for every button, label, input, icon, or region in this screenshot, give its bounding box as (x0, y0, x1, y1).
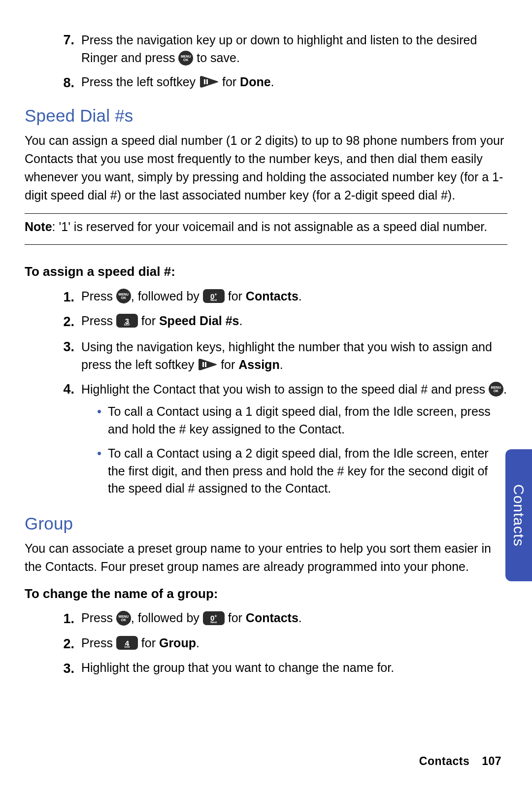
text: for (228, 611, 246, 625)
bold-keyword: Done (240, 75, 271, 89)
side-tab-contacts: Contacts (505, 449, 532, 581)
step-number: 1. (25, 610, 81, 628)
side-tab-label: Contacts (508, 484, 530, 546)
text: for (221, 358, 238, 371)
left-softkey-icon (199, 75, 219, 88)
step-text: Press the left softkey for Done. (81, 74, 507, 92)
sd-step-3: 3. Using the navigation keys, highlight … (25, 338, 507, 374)
text: Press the left softkey (81, 75, 199, 89)
text: Highlight the group that you want to cha… (81, 661, 394, 674)
sub-bullets: • To call a Contact using a 1 digit spee… (81, 403, 507, 498)
text: for (228, 289, 246, 303)
text: , followed by (131, 289, 203, 303)
text: . (280, 358, 283, 371)
key-0-icon: 0+Next (203, 289, 225, 303)
text: Using the navigation keys, highlight the… (81, 340, 492, 371)
text: Press the navigation key up or down to h… (81, 33, 477, 65)
text: , followed by (131, 611, 203, 625)
sd-step-4: 4. Highlight the Contact that you wish t… (25, 380, 507, 504)
key-sub: DEF (124, 323, 130, 326)
subheading-change-group: To change the name of a group: (25, 585, 507, 603)
group-intro: You can associate a preset group name to… (25, 539, 507, 576)
step-text: Highlight the Contact that you wish to a… (81, 380, 507, 504)
svg-rect-2 (202, 362, 204, 367)
bullet-dot-icon: • (97, 403, 108, 438)
text: to save. (197, 51, 240, 65)
sd-step-1: 1. Press , followed by 0+Next for Contac… (25, 288, 507, 306)
bold-keyword: Contacts (246, 289, 299, 303)
key-sub: GHI (125, 645, 130, 648)
text: for (222, 75, 240, 89)
text: . (239, 314, 243, 328)
step-text: Press , followed by 0+Next for Contacts. (81, 288, 507, 306)
step-number: 3. (25, 338, 81, 374)
note-label: Note (25, 220, 52, 233)
grp-step-1: 1. Press , followed by 0+Next for Contac… (25, 610, 507, 628)
key-sub: Next (210, 299, 217, 301)
divider (25, 213, 507, 214)
bold-keyword: Group (159, 636, 196, 650)
step-text: Press 3DEF for Speed Dial #s. (81, 313, 507, 331)
group-steps: 1. Press , followed by 0+Next for Contac… (25, 610, 507, 677)
step-number: 7. (25, 31, 81, 67)
menu-ok-icon (178, 51, 193, 66)
text: Highlight the Contact that you wish to a… (81, 382, 489, 396)
svg-rect-0 (204, 79, 205, 84)
section-heading-group: Group (25, 511, 507, 536)
grp-step-3: 3. Highlight the group that you want to … (25, 660, 507, 677)
text: . (503, 382, 507, 396)
bullet-text: To call a Contact using a 1 digit speed … (108, 403, 507, 438)
text: Press (81, 289, 116, 303)
step-number: 2. (25, 313, 81, 331)
top-ordered-list: 7. Press the navigation key up or down t… (25, 31, 507, 92)
svg-rect-3 (205, 362, 206, 367)
step-7: 7. Press the navigation key up or down t… (25, 31, 507, 67)
step-text: Press the navigation key up or down to h… (81, 31, 507, 67)
bullet-item: • To call a Contact using a 2 digit spee… (97, 445, 507, 498)
menu-ok-icon (116, 611, 131, 626)
key-4-icon: 4GHI (116, 636, 138, 650)
step-number: 8. (25, 74, 81, 92)
sd-step-2: 2. Press 3DEF for Speed Dial #s. (25, 313, 507, 331)
subheading-assign-speed-dial: To assign a speed dial #: (25, 263, 507, 281)
section-heading-speed-dial: Speed Dial #s (25, 103, 507, 129)
bold-keyword: Assign (238, 358, 279, 371)
text: . (299, 611, 302, 625)
step-text: Using the navigation keys, highlight the… (81, 338, 507, 374)
text: Press (81, 636, 116, 650)
text: Press (81, 611, 116, 625)
bullet-item: • To call a Contact using a 1 digit spee… (97, 403, 507, 438)
bold-keyword: Speed Dial #s (159, 314, 239, 328)
footer-section: Contacts (419, 755, 469, 767)
menu-ok-icon (116, 289, 131, 303)
page-content: 7. Press the navigation key up or down t… (0, 0, 532, 678)
step-text: Press 4GHI for Group. (81, 635, 507, 653)
step-number: 4. (25, 380, 81, 504)
grp-step-2: 2. Press 4GHI for Group. (25, 635, 507, 653)
key-3-icon: 3DEF (116, 314, 138, 328)
speed-dial-intro: You can assign a speed dial number (1 or… (25, 132, 507, 204)
text: . (299, 289, 302, 303)
step-number: 1. (25, 288, 81, 306)
step-text: Highlight the group that you want to cha… (81, 660, 507, 677)
speed-dial-steps: 1. Press , followed by 0+Next for Contac… (25, 288, 507, 504)
text: . (271, 75, 274, 89)
bold-keyword: Contacts (246, 611, 299, 625)
step-text: Press , followed by 0+Next for Contacts. (81, 610, 507, 628)
step-number: 2. (25, 635, 81, 653)
key-0-icon: 0+Next (203, 611, 225, 625)
text: Press (81, 314, 116, 328)
text: for (141, 636, 159, 650)
divider (25, 244, 507, 245)
note: Note: '1' is reserved for your voicemail… (25, 218, 507, 235)
step-8: 8. Press the left softkey for Done. (25, 74, 507, 92)
bullet-dot-icon: • (97, 445, 108, 498)
text: . (196, 636, 200, 650)
text: for (141, 314, 159, 328)
bullet-text: To call a Contact using a 2 digit speed … (108, 445, 507, 498)
step-number: 3. (25, 660, 81, 677)
svg-rect-1 (206, 79, 208, 84)
note-text: : '1' is reserved for your voicemail and… (52, 220, 488, 233)
page-footer: Contacts 107 (419, 753, 501, 769)
footer-page-number: 107 (482, 755, 501, 767)
